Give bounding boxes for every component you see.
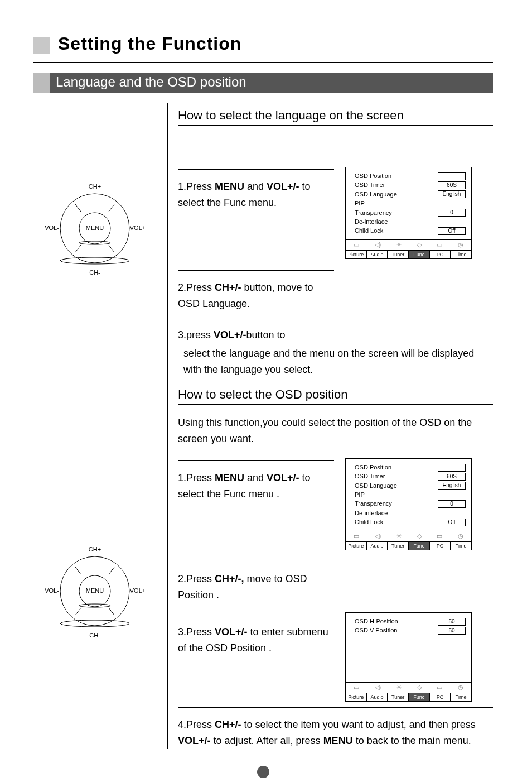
title-underline bbox=[33, 62, 493, 63]
antenna-icon: ✳ bbox=[396, 532, 402, 540]
diamond-icon: ◇ bbox=[417, 532, 422, 540]
dial-ch-plus: CH+ bbox=[84, 546, 106, 553]
osd-value: 50 bbox=[438, 627, 466, 635]
osd-value: Off bbox=[438, 519, 466, 526]
osd-tab: Picture bbox=[346, 693, 367, 702]
section-band: Language and the OSD position bbox=[33, 73, 493, 93]
osd-row: OSD Position bbox=[355, 172, 466, 180]
osd-row: PIP bbox=[355, 199, 466, 208]
svg-line-12 bbox=[75, 567, 81, 574]
osd-label: Child Lock bbox=[355, 227, 383, 235]
osd-value: English bbox=[438, 482, 466, 490]
osd-value: 0 bbox=[438, 500, 466, 508]
osd-label: OSD Language bbox=[355, 482, 397, 490]
step-pos-3: 3.Press VOL+/- to enter submenu of the O… bbox=[178, 609, 493, 702]
osd-label: PIP bbox=[355, 491, 365, 499]
dial-ch-minus: CH- bbox=[84, 269, 106, 276]
right-column: How to select the language on the screen… bbox=[167, 103, 493, 749]
osd-value bbox=[438, 464, 466, 472]
remote-dial-2: CH+ CH- VOL- VOL+ MENU bbox=[47, 544, 142, 639]
osd-row: Transparency0 bbox=[355, 500, 466, 508]
step-text: 2.Press CH+/- button, move to OSD Langua… bbox=[178, 270, 334, 312]
svg-line-4 bbox=[75, 204, 81, 212]
page-number-circle-icon bbox=[257, 766, 269, 778]
osd-tab: Time bbox=[451, 542, 471, 550]
osd-tab: Audio bbox=[367, 542, 388, 550]
pc-icon: ▭ bbox=[437, 241, 442, 249]
osd-row: OSD Timer60S bbox=[355, 472, 466, 481]
osd-label: OSD Position bbox=[355, 172, 391, 180]
step-text: 2.Press CH+/-, move to OSD Position . bbox=[178, 562, 334, 603]
osd-row: Child LockOff bbox=[355, 227, 466, 235]
svg-line-13 bbox=[109, 567, 114, 574]
remote-dial-1: CH+ CH- VOL- VOL+ MENU bbox=[47, 181, 142, 276]
osd-row: OSD LanguageEnglish bbox=[355, 190, 466, 199]
osd-tab: Func bbox=[409, 542, 430, 550]
section-title: Language and the OSD position bbox=[50, 73, 493, 93]
step-text: 1.Press MENU and VOL+/- to select the Fu… bbox=[178, 460, 334, 532]
svg-line-7 bbox=[109, 245, 114, 252]
osd-value: 60S bbox=[438, 473, 466, 481]
osd-tab: Picture bbox=[346, 251, 367, 259]
osd-label: De-interlace bbox=[355, 509, 388, 517]
svg-line-14 bbox=[75, 608, 81, 615]
svg-line-6 bbox=[75, 245, 81, 252]
osd-value: English bbox=[438, 190, 466, 198]
step-pos-1: 1.Press MENU and VOL+/- to select the Fu… bbox=[178, 455, 493, 550]
osd-row: OSD H-Position50 bbox=[355, 617, 466, 626]
title-square-icon bbox=[33, 37, 50, 54]
osd-rows: OSD H-Position50OSD V-Position50 bbox=[346, 613, 471, 682]
osd-value bbox=[438, 172, 466, 180]
tv-icon: ▭ bbox=[354, 241, 359, 249]
tv-icon: ▭ bbox=[354, 683, 359, 692]
clock-icon: ◷ bbox=[458, 241, 463, 249]
svg-line-5 bbox=[109, 204, 114, 212]
intro-position: Using this function,you could select the… bbox=[178, 415, 493, 447]
speaker-icon: ◁) bbox=[375, 241, 381, 249]
osd-label: OSD Position bbox=[355, 463, 391, 472]
osd-tab: Tuner bbox=[388, 693, 409, 702]
osd-tab: Audio bbox=[367, 251, 388, 259]
antenna-icon: ✳ bbox=[396, 683, 402, 692]
left-column: CH+ CH- VOL- VOL+ MENU CH+ CH- bbox=[33, 103, 156, 749]
dial-menu: MENU bbox=[84, 587, 106, 594]
dial-vol-plus: VOL+ bbox=[127, 224, 149, 231]
osd-label: Transparency bbox=[355, 209, 392, 217]
osd-rows: OSD PositionOSD Timer60SOSD LanguageEngl… bbox=[346, 459, 471, 531]
osd-tab: Func bbox=[409, 251, 430, 259]
osd-row: PIP bbox=[355, 491, 466, 499]
step-text: 1.Press MENU and VOL+/- to select the Fu… bbox=[178, 169, 334, 211]
step-pos-2: 2.Press CH+/-, move to OSD Position . bbox=[178, 556, 493, 603]
page-title: Setting the Function bbox=[58, 33, 241, 54]
content-grid: CH+ CH- VOL- VOL+ MENU CH+ CH- bbox=[33, 103, 493, 749]
osd-row: OSD Position bbox=[355, 463, 466, 472]
osd-label: OSD Language bbox=[355, 190, 397, 199]
osd-icon-row: ▭ ◁) ✳ ◇ ▭ ◷ bbox=[346, 239, 471, 251]
subhead-position: How to select the OSD position bbox=[178, 387, 493, 405]
osd-tabs: PictureAudioTunerFuncPCTime bbox=[346, 542, 471, 550]
osd-row: OSD Timer60S bbox=[355, 181, 466, 189]
osd-tab: PC bbox=[430, 693, 451, 702]
osd-row: Child LockOff bbox=[355, 518, 466, 526]
osd-func-menu: OSD PositionOSD Timer60SOSD LanguageEngl… bbox=[345, 167, 472, 259]
manual-page: Setting the Function Language and the OS… bbox=[0, 0, 532, 782]
osd-row: OSD V-Position50 bbox=[355, 626, 466, 635]
osd-tabs: PictureAudioTunerFuncPCTime bbox=[346, 251, 471, 259]
tv-icon: ▭ bbox=[354, 532, 359, 540]
dial-vol-plus: VOL+ bbox=[127, 587, 149, 594]
osd-row: De-interlace bbox=[355, 509, 466, 517]
osd-rows: OSD PositionOSD Timer60SOSD LanguageEngl… bbox=[346, 167, 471, 239]
osd-label: OSD Timer bbox=[355, 472, 385, 481]
osd-tab: Audio bbox=[367, 693, 388, 702]
osd-value: Off bbox=[438, 227, 466, 235]
speaker-icon: ◁) bbox=[375, 683, 381, 692]
step-lang-3-head: 3.press VOL+/-button to bbox=[178, 318, 493, 343]
osd-tabs: PictureAudioTunerFuncPCTime bbox=[346, 693, 471, 702]
dial-vol-minus: VOL- bbox=[41, 224, 63, 231]
dial-menu: MENU bbox=[84, 224, 106, 231]
osd-icon-row: ▭ ◁) ✳ ◇ ▭ ◷ bbox=[346, 531, 471, 542]
osd-label: PIP bbox=[355, 199, 365, 208]
antenna-icon: ✳ bbox=[396, 241, 402, 249]
osd-value: 60S bbox=[438, 181, 466, 189]
step-lang-2: 2.Press CH+/- button, move to OSD Langua… bbox=[178, 265, 493, 312]
